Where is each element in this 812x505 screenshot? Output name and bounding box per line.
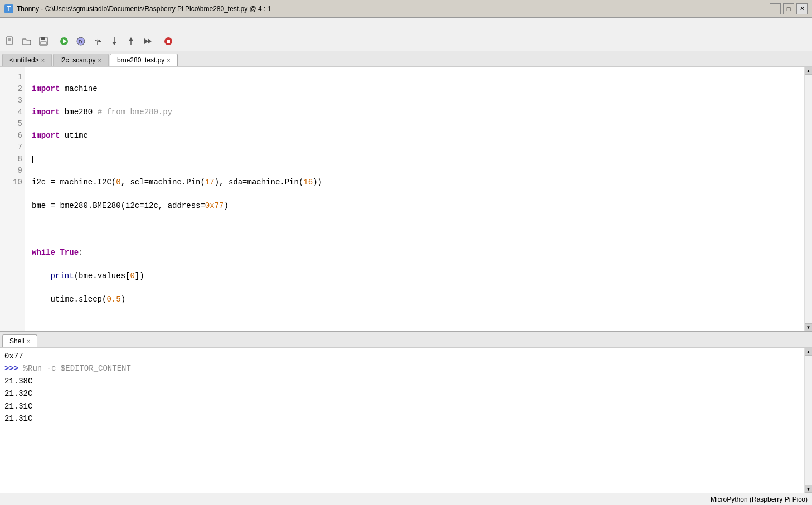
editor-scrollbar[interactable]: ▲ ▼ (804, 67, 812, 331)
shell-scroll-down-arrow[interactable]: ▼ (805, 485, 813, 493)
maximize-button[interactable]: □ (783, 3, 794, 14)
tab-untitled-close[interactable]: × (41, 57, 45, 64)
svg-text:D: D (79, 39, 82, 45)
tab-untitled-label: <untitled> (9, 56, 39, 64)
shell-output-1: 21.38C (4, 375, 800, 387)
close-button[interactable]: ✕ (796, 3, 808, 14)
save-button[interactable] (36, 33, 51, 49)
tab-bme280-test-close[interactable]: × (167, 57, 170, 64)
step-out-button[interactable] (123, 33, 139, 49)
svg-marker-15 (129, 37, 133, 41)
shell-command: %Run -c $EDITOR_CONTENT (18, 364, 131, 373)
open-button[interactable] (19, 33, 35, 49)
line-numbers: 1 2 3 4 5 6 7 8 9 10 (0, 67, 25, 331)
svg-marker-16 (144, 38, 148, 44)
titlebar: T Thonny - C:\Users\sgmustadio\Documents… (0, 0, 812, 18)
editor-tabs: <untitled> × i2c_scan.py × bme280_test.p… (0, 51, 812, 67)
scroll-down-arrow[interactable]: ▼ (805, 323, 813, 331)
shell-prompt: >>> (4, 364, 18, 373)
svg-marker-13 (112, 42, 116, 45)
run-button[interactable] (56, 33, 72, 49)
shell-scrollbar[interactable]: ▲ ▼ (804, 348, 812, 493)
svg-rect-19 (167, 40, 170, 43)
shell-scroll-track[interactable] (805, 356, 812, 485)
shell-tab-close[interactable]: × (27, 338, 30, 344)
separator-1 (54, 35, 54, 47)
shell-tabs: Shell × (0, 332, 812, 348)
shell-content: 0x77 >>> %Run -c $EDITOR_CONTENT 21.38C … (0, 348, 812, 493)
shell-prompt-line: >>> %Run -c $EDITOR_CONTENT (4, 362, 800, 375)
shell-scroll-up-arrow[interactable]: ▲ (805, 348, 813, 356)
new-button[interactable] (2, 33, 18, 49)
tab-i2c-scan[interactable]: i2c_scan.py × (53, 54, 109, 66)
scroll-up-arrow[interactable]: ▲ (805, 67, 813, 75)
shell-tab[interactable]: Shell × (2, 334, 37, 347)
statusbar: MicroPython (Raspberry Pi Pico) (0, 493, 812, 505)
menubar (0, 18, 812, 31)
separator-2 (158, 35, 158, 47)
main-content: 1 2 3 4 5 6 7 8 9 10 import machine impo… (0, 67, 812, 493)
status-text: MicroPython (Raspberry Pi Pico) (711, 496, 808, 503)
shell-output-area[interactable]: 0x77 >>> %Run -c $EDITOR_CONTENT 21.38C … (0, 348, 804, 493)
tab-untitled[interactable]: <untitled> × (2, 54, 52, 66)
tab-i2c-scan-close[interactable]: × (98, 57, 101, 64)
svg-rect-5 (41, 42, 46, 45)
step-over-button[interactable] (90, 33, 105, 49)
titlebar-controls: ─ □ ✕ (770, 3, 808, 14)
tab-bme280-test-label: bme280_test.py (117, 56, 164, 64)
toolbar: D (0, 31, 812, 51)
shell-output-2: 21.32C (4, 387, 800, 400)
shell-output-3: 21.31C (4, 400, 800, 412)
tab-bme280-test[interactable]: bme280_test.py × (110, 54, 178, 66)
shell-output-4: 21.31C (4, 412, 800, 425)
svg-marker-17 (148, 38, 152, 44)
resume-button[interactable] (140, 33, 155, 49)
svg-rect-4 (41, 37, 45, 40)
tab-i2c-scan-label: i2c_scan.py (60, 56, 95, 64)
stop-button[interactable] (161, 33, 176, 49)
debug-button[interactable]: D (73, 33, 89, 49)
code-editor[interactable]: 1 2 3 4 5 6 7 8 9 10 import machine impo… (0, 67, 812, 331)
code-text-area[interactable]: import machine import bme280 # from bme2… (25, 67, 804, 331)
app-icon: T (4, 4, 13, 13)
shell-prev-output: 0x77 (4, 350, 800, 362)
minimize-button[interactable]: ─ (770, 3, 781, 14)
scroll-track[interactable] (805, 75, 812, 323)
titlebar-title: Thonny - C:\Users\sgmustadio\Documents\R… (17, 5, 770, 13)
shell-panel: Shell × 0x77 >>> %Run -c $EDITOR_CONTENT… (0, 331, 812, 493)
step-into-button[interactable] (106, 33, 122, 49)
shell-tab-label: Shell (9, 337, 25, 345)
